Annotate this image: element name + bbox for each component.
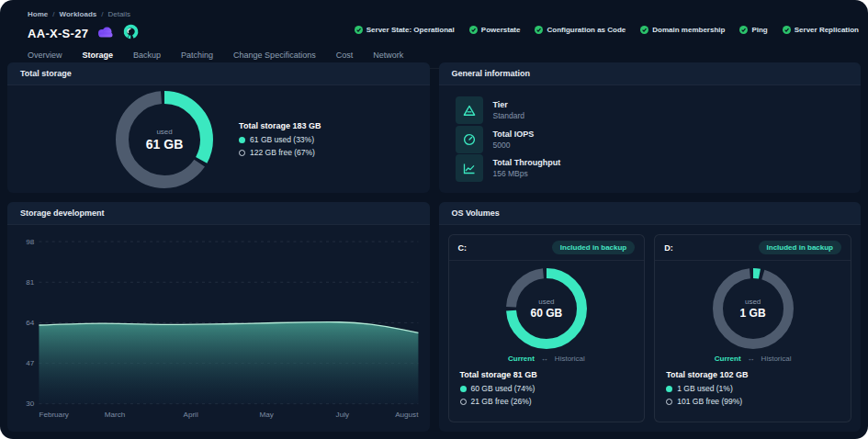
- legend-title: Total storage 183 GB: [239, 121, 321, 130]
- toggle-current[interactable]: Current: [715, 355, 741, 363]
- total-storage-card: Total storage used 61 GB Total storage 1…: [7, 62, 430, 193]
- volume-d-legend: Total storage 102 GB 1 GB used (1%) 101 …: [655, 363, 851, 415]
- gi-value: 5000: [493, 141, 535, 150]
- donut-center-value: 1 GB: [740, 307, 766, 320]
- cloud-icon: [96, 25, 115, 41]
- included-in-backup-badge: Included in backup: [552, 241, 635, 254]
- os-volumes-card: OS Volumes C: Included in backup used 60…: [439, 202, 862, 432]
- svg-text:February: February: [39, 411, 69, 419]
- iops-row: Total IOPS 5000: [456, 126, 845, 153]
- svg-text:30: 30: [26, 400, 35, 408]
- toggle-current[interactable]: Current: [508, 355, 535, 363]
- breadcrumb-separator: /: [101, 10, 103, 18]
- gauge-icon: [456, 126, 483, 153]
- app-logo-donut-icon: [123, 24, 139, 43]
- gi-label: Total Throughput: [493, 158, 561, 167]
- donut-center-value: 60 GB: [531, 307, 563, 320]
- status-badge: Configuration as Code: [535, 26, 626, 34]
- status-badge: Powerstate: [469, 26, 521, 34]
- total-storage-legend: Total storage 183 GB 61 GB used (33%) 12…: [239, 121, 321, 157]
- total-storage-donut-chart: used 61 GB: [116, 91, 213, 188]
- legend-free-row: 122 GB free (67%): [239, 148, 321, 157]
- storage-development-chart: 3047648198FebruaryMarchAprilMayJulyAugus…: [7, 225, 430, 432]
- page-title: AA-X-S-27: [28, 27, 88, 40]
- storage-development-card: Storage development 3047648198FebruaryMa…: [7, 202, 430, 432]
- donut-center-label: used: [156, 128, 172, 136]
- status-badge: Server Replication: [783, 26, 859, 34]
- donut-center-label: used: [745, 298, 761, 306]
- donut-center-label: used: [538, 298, 554, 306]
- gi-label: Total IOPS: [493, 129, 535, 139]
- svg-text:April: April: [184, 411, 198, 419]
- free-ring-icon: [239, 150, 245, 156]
- gi-value: Standard: [493, 111, 525, 120]
- card-title: General information: [439, 62, 862, 85]
- volume-name: C:: [458, 243, 468, 253]
- general-information-card: General information Tier Standard: [439, 62, 862, 193]
- current-historical-toggle: Current ↔ Historical: [655, 355, 851, 363]
- status-badge: Domain membership: [640, 26, 725, 34]
- breadcrumb-home[interactable]: Home: [28, 10, 48, 18]
- swap-arrow-icon: ↔: [541, 355, 548, 363]
- volume-name: D:: [664, 243, 673, 253]
- title-row: AA-X-S-27: [28, 25, 840, 41]
- gi-value: 156 MBps: [493, 169, 561, 178]
- tier-icon: [456, 96, 483, 124]
- breadcrumb: Home / Workloads / Details: [28, 10, 840, 18]
- check-circle-icon: [640, 26, 648, 34]
- status-badges: Server State: Operational Powerstate Con…: [355, 26, 859, 34]
- svg-text:May: May: [260, 411, 275, 419]
- check-circle-icon: [355, 26, 363, 34]
- check-circle-icon: [783, 26, 791, 34]
- svg-text:81: 81: [26, 278, 35, 287]
- current-historical-toggle: Current ↔ Historical: [449, 355, 645, 363]
- free-ring-icon: [460, 399, 467, 405]
- card-title: Total storage: [7, 62, 430, 85]
- volume-c-legend: Total storage 81 GB 60 GB used (74%) 21 …: [449, 363, 645, 415]
- page-header: Home / Workloads / Details AA-X-S-27: [0, 0, 868, 69]
- status-badge: Ping: [739, 26, 767, 34]
- toggle-historical[interactable]: Historical: [555, 355, 585, 363]
- used-dot-icon: [239, 137, 245, 143]
- volume-d-donut-chart: used 1 GB: [713, 268, 794, 349]
- card-grid: Total storage used 61 GB Total storage 1…: [7, 62, 861, 432]
- included-in-backup-badge: Included in backup: [759, 241, 841, 254]
- breadcrumb-workloads[interactable]: Workloads: [59, 10, 96, 18]
- card-title: Storage development: [7, 202, 430, 225]
- throughput-row: Total Throughput 156 MBps: [456, 154, 845, 182]
- used-dot-icon: [460, 386, 467, 392]
- svg-text:July: July: [336, 411, 350, 419]
- workload-details-page: Home / Workloads / Details AA-X-S-27: [0, 0, 868, 439]
- svg-text:47: 47: [26, 359, 35, 367]
- line-chart-icon: [456, 154, 483, 182]
- check-circle-icon: [739, 26, 748, 34]
- check-circle-icon: [469, 26, 478, 34]
- breadcrumb-separator: /: [52, 10, 54, 18]
- svg-text:98: 98: [26, 238, 35, 246]
- volume-card-d: D: Included in backup used 1 GB Current: [654, 234, 851, 422]
- volume-card-c: C: Included in backup used 60 GB Current: [448, 234, 646, 422]
- toggle-historical[interactable]: Historical: [761, 355, 792, 363]
- svg-text:March: March: [105, 411, 126, 419]
- gi-label: Tier: [493, 100, 525, 109]
- used-dot-icon: [666, 386, 672, 392]
- svg-text:August: August: [395, 411, 419, 419]
- swap-arrow-icon: ↔: [748, 355, 755, 363]
- free-ring-icon: [666, 399, 672, 405]
- breadcrumb-details: Details: [107, 10, 130, 18]
- card-title: OS Volumes: [439, 202, 862, 225]
- check-circle-icon: [535, 26, 543, 34]
- status-badge: Server State: Operational: [355, 26, 455, 34]
- tier-row: Tier Standard: [456, 96, 845, 124]
- svg-text:64: 64: [26, 319, 35, 327]
- volume-c-donut-chart: used 60 GB: [506, 268, 587, 349]
- legend-used-row: 61 GB used (33%): [239, 135, 321, 144]
- donut-center-value: 61 GB: [146, 137, 183, 152]
